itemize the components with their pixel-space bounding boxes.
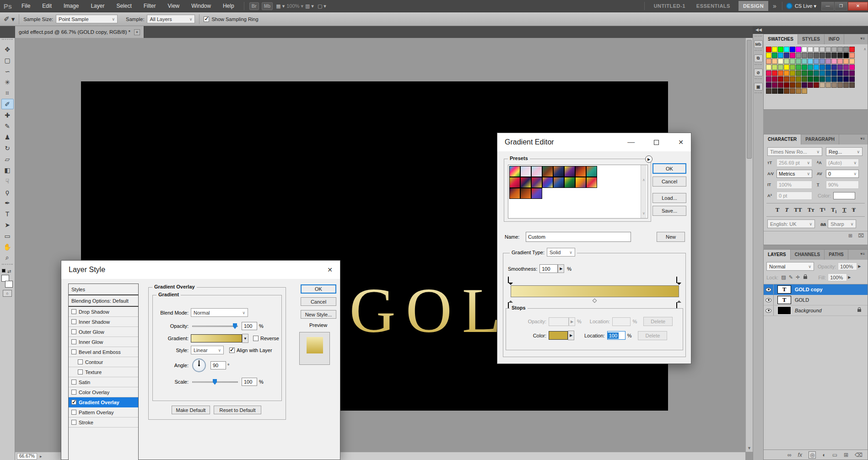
gradient-bar[interactable] [511, 285, 679, 297]
color-swatch-35[interactable] [790, 59, 795, 64]
style-item-contour[interactable]: Contour [69, 357, 138, 367]
maximize-icon[interactable] [654, 140, 659, 145]
color-swatch-74[interactable] [843, 70, 849, 76]
scale-slider[interactable] [192, 381, 238, 383]
style-item-color-overlay[interactable]: Color Overlay [69, 387, 138, 397]
visibility-lane[interactable] [764, 295, 774, 305]
style-checkbox[interactable] [71, 329, 76, 334]
color-swatch-14[interactable] [843, 47, 849, 52]
color-swatch-94[interactable] [784, 82, 789, 88]
scale-slider-thumb[interactable] [213, 379, 217, 385]
color-swatch-68[interactable] [808, 70, 813, 76]
gradient-preset-16[interactable] [586, 177, 597, 188]
style-item-inner-shadow[interactable]: Inner Shadow [69, 317, 138, 327]
color-swatch-70[interactable] [819, 70, 825, 76]
style-checkbox[interactable] [71, 319, 76, 324]
swatches-scroll-up-icon[interactable]: ∧ [863, 47, 866, 51]
tab-paths[interactable]: PATHS [825, 250, 848, 260]
close-icon[interactable]: ✕ [327, 266, 333, 273]
color-swatch-69[interactable] [814, 70, 819, 76]
panel-menu-icon[interactable]: ▾≡ [860, 134, 868, 144]
color-swatch-85[interactable] [819, 76, 825, 82]
type-tool[interactable]: T [1, 209, 14, 219]
color-swatch-19[interactable] [784, 53, 789, 58]
color-swatch-106[interactable] [766, 88, 771, 94]
color-swatch-90[interactable] [849, 76, 855, 82]
launch-bridge-button[interactable]: Br [249, 2, 259, 10]
hand-tool[interactable]: ✋ [1, 241, 14, 252]
color-swatch-84[interactable] [814, 76, 819, 82]
color-swatch-11[interactable] [825, 47, 831, 52]
align-with-layer-checkbox[interactable] [229, 348, 235, 353]
background-color-well[interactable] [5, 281, 13, 288]
cs-live-menu[interactable]: CS Live ▾ [795, 3, 816, 9]
opacity-spinner-icon[interactable]: ▶ [858, 264, 861, 268]
presets-scrollbar[interactable]: ∧ ∨ [641, 165, 647, 218]
color-swatch-112[interactable] [802, 88, 807, 94]
color-swatch-4[interactable] [784, 47, 789, 52]
smudge-tool[interactable]: ☟ [1, 176, 14, 186]
style-checkbox[interactable] [71, 420, 76, 425]
color-swatch-1[interactable] [766, 47, 771, 52]
color-swatch-17[interactable] [772, 53, 777, 58]
gradient-preset-8[interactable] [586, 166, 597, 177]
gradient-preset-1[interactable] [509, 166, 520, 177]
collapse-panels-icon[interactable]: ◀◀ [755, 27, 762, 32]
style-checkbox[interactable] [78, 359, 83, 364]
document-close-icon[interactable]: ✕ [134, 29, 140, 35]
color-swatch-24[interactable] [814, 53, 819, 58]
fill-spinner-icon[interactable]: ▶ [848, 275, 851, 279]
reset-to-default-button[interactable]: Reset to Default [214, 406, 261, 414]
layer-group-icon[interactable]: ▭ [832, 452, 837, 458]
tab-channels[interactable]: CHANNELS [791, 250, 825, 260]
color-stop-right[interactable] [676, 298, 682, 305]
eye-icon[interactable] [766, 288, 771, 292]
gradient-tool[interactable]: ◧ [1, 165, 14, 175]
default-colors-icon[interactable] [2, 269, 5, 273]
color-swatch-56[interactable] [825, 64, 831, 70]
dodge-tool[interactable]: ϙ [1, 187, 14, 197]
leading-field[interactable]: (Auto)∨ [826, 159, 859, 167]
style-checkbox[interactable] [71, 390, 76, 395]
gradient-swatch[interactable] [191, 334, 242, 342]
status-expand-icon[interactable]: ▸ [40, 454, 42, 459]
presets-flyout-icon[interactable]: ▶ [645, 155, 652, 163]
workspace-overflow-chevron[interactable]: » [773, 2, 776, 10]
opacity-stop-right[interactable] [676, 277, 682, 284]
scale-value-field[interactable]: 100 [242, 378, 257, 386]
language-dropdown[interactable]: English: UK∨ [767, 219, 815, 228]
layer-row-gold-copy[interactable]: TGOLD copy [764, 284, 868, 295]
color-swatch-71[interactable] [825, 70, 831, 76]
opacity-stop-left[interactable] [508, 277, 513, 284]
color-swatch-32[interactable] [772, 59, 777, 64]
color-swatch-63[interactable] [778, 70, 783, 76]
color-swatch-2[interactable] [772, 47, 777, 52]
pen-tool[interactable]: ✒ [1, 198, 14, 208]
color-swatch-92[interactable] [772, 82, 777, 88]
horizontal-scale-field[interactable]: 90% [826, 181, 859, 189]
color-swatch-28[interactable] [837, 53, 843, 58]
style-item-outer-glow[interactable]: Outer Glow [69, 327, 138, 337]
color-swatch-13[interactable] [837, 47, 843, 52]
styles-list-header[interactable]: Styles [69, 284, 138, 295]
workspace-doc-label[interactable]: UNTITLED-1 [654, 3, 685, 9]
move-tool[interactable]: ✥ [1, 44, 14, 54]
arrange-documents-icon[interactable]: ▥ ▾ [305, 3, 314, 9]
color-swatch-64[interactable] [784, 70, 789, 76]
eraser-tool[interactable]: ▱ [1, 154, 14, 164]
opacity-slider-thumb[interactable] [233, 323, 237, 329]
minimize-icon[interactable]: — [627, 138, 635, 146]
quick-selection-tool[interactable]: ✳ [1, 77, 14, 87]
color-swatch-45[interactable] [849, 59, 855, 64]
gradient-preset-2[interactable] [520, 166, 531, 177]
color-swatch-108[interactable] [778, 88, 783, 94]
gradient-preset-15[interactable] [575, 177, 586, 188]
color-swatch-72[interactable] [831, 70, 837, 76]
tab-character[interactable]: CHARACTER [764, 134, 801, 144]
color-swatch-23[interactable] [808, 53, 813, 58]
style-checkbox[interactable] [71, 400, 76, 405]
swap-colors-icon[interactable]: ⇄ [7, 269, 11, 274]
color-swatch-37[interactable] [802, 59, 807, 64]
style-select[interactable]: Linear∨ [191, 346, 224, 354]
color-swatch-109[interactable] [784, 88, 789, 94]
